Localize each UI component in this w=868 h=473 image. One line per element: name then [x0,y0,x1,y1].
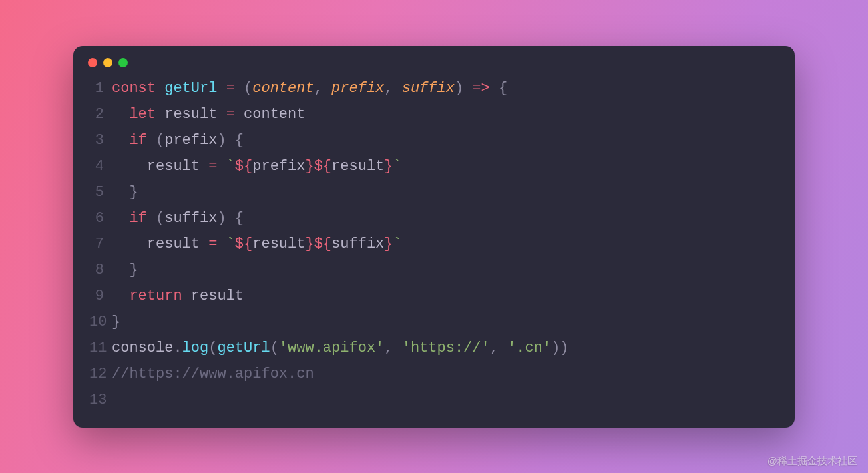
close-icon[interactable] [88,58,97,67]
minimize-icon[interactable] [103,58,112,67]
code-token [112,184,129,201]
code-token: ` [393,236,402,252]
code-token: console [112,340,173,356]
code-token [112,262,129,278]
code-line[interactable]: 12//https://www.apifox.cn [89,361,779,387]
line-number: 10 [89,309,112,335]
code-token: getUrl [164,80,217,97]
code-token [112,288,129,304]
code-token: = [226,80,235,97]
code-line[interactable]: 13 [89,387,779,413]
code-token: } [112,314,120,330]
code-text[interactable]: if (suffix) { [112,205,779,231]
code-token: ) [217,210,226,227]
code-token: = [208,158,217,175]
code-token: result [164,106,217,123]
code-text[interactable]: console.log(getUrl('www.apifox', 'https:… [112,335,779,361]
code-token [112,106,129,123]
code-token [200,158,208,175]
code-token [217,106,226,123]
code-line[interactable]: 9 return result [89,283,779,309]
code-token [463,80,472,97]
code-token [217,158,226,175]
code-token: } [384,236,393,252]
code-text[interactable]: } [112,179,779,205]
code-token: return [129,288,190,304]
code-token: ( [156,210,164,227]
code-text[interactable]: } [112,257,779,283]
code-token [217,236,226,252]
code-token: 'https://' [402,340,490,356]
code-token: { [235,132,244,149]
code-token [112,158,147,175]
code-token: { [235,210,244,227]
zoom-icon[interactable] [118,58,128,67]
code-editor-window: 1const getUrl = (content, prefix, suffix… [73,46,795,428]
code-line[interactable]: 2 let result = content [89,101,779,127]
code-token: , [384,80,401,97]
code-line[interactable]: 11console.log(getUrl('www.apifox', 'http… [89,335,779,361]
code-token: suffix [402,80,455,97]
code-token: result [331,158,384,175]
code-token: ${ [314,158,331,175]
code-token: = [226,106,235,123]
code-token: ` [226,158,235,175]
code-line[interactable]: 10} [89,309,779,335]
code-line[interactable]: 7 result = `${result}${suffix}` [89,231,779,257]
code-token: } [305,236,314,252]
line-number: 2 [89,101,112,127]
code-token [112,132,129,149]
code-token: log [182,340,209,356]
code-area[interactable]: 1const getUrl = (content, prefix, suffix… [73,75,795,413]
code-token: ` [226,236,235,252]
line-number: 8 [89,257,112,283]
code-line[interactable]: 1const getUrl = (content, prefix, suffix… [89,75,779,101]
code-text[interactable]: let result = content [112,101,779,127]
code-token: const [112,80,164,97]
line-number: 4 [89,153,112,179]
code-token: , [314,80,331,97]
code-token [235,80,244,97]
code-token: //https://www.apifox.cn [112,366,314,382]
code-text[interactable]: result = `${result}${suffix}` [112,231,779,257]
code-token [112,210,129,227]
code-token: ${ [235,236,252,252]
code-text[interactable]: } [112,309,779,335]
code-token: ( [244,80,252,97]
code-token [490,80,499,97]
code-token: prefix [252,158,305,175]
code-text[interactable]: return result [112,283,779,309]
line-number: 6 [89,205,112,231]
code-token: } [129,262,138,278]
code-text[interactable]: //https://www.apifox.cn [112,361,779,387]
code-line[interactable]: 4 result = `${prefix}${result}` [89,153,779,179]
code-token: let [129,106,164,123]
code-token: 'www.apifox' [279,340,384,356]
code-token: => [472,80,489,97]
code-line[interactable]: 3 if (prefix) { [89,127,779,153]
code-text[interactable]: if (prefix) { [112,127,779,153]
code-token: prefix [164,132,217,149]
code-token: prefix [331,80,384,97]
code-token: if [129,132,156,149]
code-token [217,80,226,97]
code-line[interactable]: 8 } [89,257,779,283]
code-token [112,236,147,252]
code-text[interactable] [112,387,779,413]
code-text[interactable]: const getUrl = (content, prefix, suffix)… [112,75,779,101]
line-number: 3 [89,127,112,153]
code-token: ) [560,340,568,356]
code-text[interactable]: result = `${prefix}${result}` [112,153,779,179]
code-token: content [244,106,305,123]
code-token [226,210,235,227]
code-token: result [147,236,200,252]
line-number: 5 [89,179,112,205]
line-number: 13 [89,387,112,413]
code-token: ) [551,340,560,356]
watermark-text: @稀土掘金技术社区 [767,455,857,468]
code-token: ` [393,158,402,175]
code-line[interactable]: 5 } [89,179,779,205]
code-token: result [252,236,305,252]
code-line[interactable]: 6 if (suffix) { [89,205,779,231]
code-token: suffix [164,210,217,227]
